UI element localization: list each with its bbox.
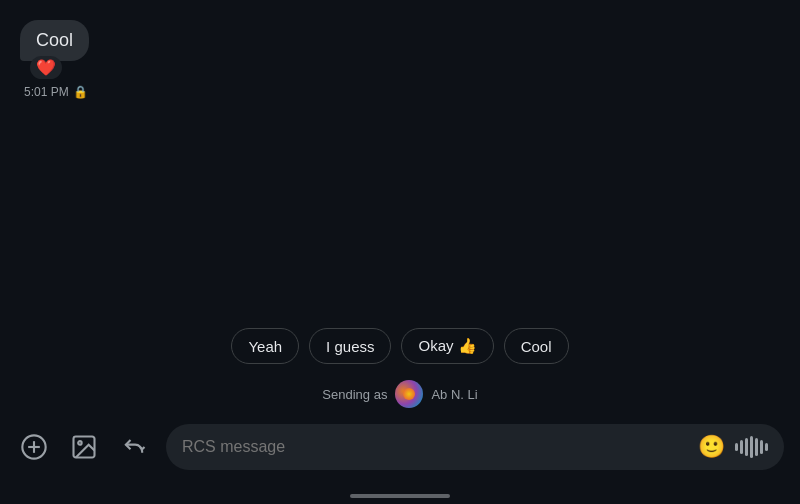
- gallery-button[interactable]: [66, 429, 102, 465]
- message-input-wrapper: 🙂: [166, 424, 784, 470]
- svg-point-4: [78, 441, 82, 445]
- home-indicator: [0, 490, 800, 504]
- message-group: Cool ❤️ 5:01 PM 🔒: [20, 20, 780, 99]
- smart-replies-bar: Yeah I guess Okay 👍 Cool: [0, 318, 800, 374]
- lock-icon: 🔒: [73, 85, 88, 99]
- smart-reply-okay[interactable]: Okay 👍: [401, 328, 493, 364]
- message-reaction: ❤️: [30, 56, 62, 79]
- message-input[interactable]: [182, 438, 688, 456]
- sending-as-bar: Sending as Ab N. Li: [0, 374, 800, 414]
- smart-reply-yeah[interactable]: Yeah: [231, 328, 299, 364]
- voice-button[interactable]: [735, 436, 768, 458]
- input-right-icons: 🙂: [698, 434, 768, 460]
- message-bubble: Cool ❤️: [20, 20, 89, 61]
- emoji-button[interactable]: 🙂: [698, 434, 725, 460]
- chat-screen: Cool ❤️ 5:01 PM 🔒 Yeah I guess Okay 👍 Co…: [0, 0, 800, 504]
- home-bar: [350, 494, 450, 498]
- message-time: 5:01 PM 🔒: [24, 85, 88, 99]
- sending-as-label: Sending as: [322, 387, 387, 402]
- smart-reply-iguess[interactable]: I guess: [309, 328, 391, 364]
- avatar: [395, 380, 423, 408]
- messages-area: Cool ❤️ 5:01 PM 🔒: [0, 0, 800, 318]
- bottom-bar: 🙂: [0, 414, 800, 490]
- add-button[interactable]: [16, 429, 52, 465]
- message-text: Cool: [36, 30, 73, 50]
- reply-button[interactable]: [116, 429, 152, 465]
- smart-reply-cool[interactable]: Cool: [504, 328, 569, 364]
- sending-as-name: Ab N. Li: [431, 387, 477, 402]
